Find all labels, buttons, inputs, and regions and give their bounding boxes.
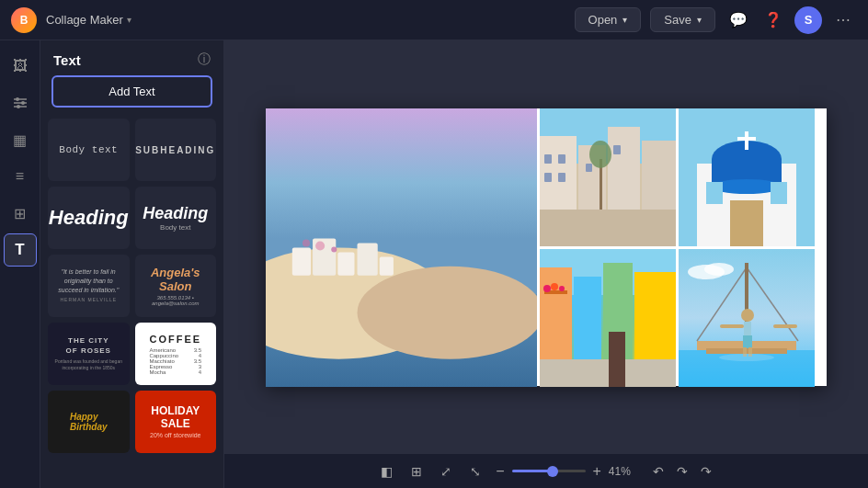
collage-cell-church[interactable] — [679, 108, 815, 246]
birthday-container: HappyBirthday — [48, 391, 130, 453]
panel-info-icon[interactable]: ⓘ — [198, 51, 211, 68]
chat-icon[interactable]: 💬 — [725, 6, 752, 34]
open-label: Open — [588, 13, 618, 27]
collage-canvas[interactable] — [266, 108, 827, 386]
resize-icon[interactable]: ⤡ — [466, 460, 485, 482]
body-text-label: Body text — [59, 144, 118, 155]
svg-rect-10 — [292, 247, 311, 275]
collage-cell-colorful-street[interactable] — [540, 249, 676, 387]
svg-rect-52 — [540, 359, 676, 387]
panel-title: Text — [53, 52, 81, 68]
main-area: 🖼 ▦ ≡ ⊞ T Text ⓘ Add Text Body text — [0, 40, 868, 488]
text-panel: Text ⓘ Add Text Body text SUBHEADING Hea… — [40, 40, 224, 488]
holiday-container: HOLIDAYSALE 20% off storewide — [135, 391, 217, 453]
rail-group[interactable]: ⊞ — [4, 197, 37, 230]
app-name-chevron: ▾ — [127, 15, 131, 25]
icon-rail: 🖼 ▦ ≡ ⊞ T — [0, 40, 40, 488]
svg-rect-41 — [771, 182, 787, 204]
coffee-items: Americano3.5 Cappuccino4 Macchiato3.5 Es… — [149, 347, 201, 375]
text-style-subheading[interactable]: SUBHEADING — [135, 119, 217, 181]
more-icon[interactable]: ⋯ — [829, 6, 857, 34]
zoom-out-button[interactable]: − — [496, 463, 504, 480]
text-style-holiday[interactable]: HOLIDAYSALE 20% off storewide — [135, 391, 217, 453]
svg-rect-79 — [720, 324, 744, 328]
svg-point-84 — [719, 354, 774, 361]
rail-photos[interactable]: 🖼 — [4, 50, 37, 83]
heading-body-container: Heading Body text — [143, 204, 208, 232]
undo-button[interactable]: ↶ — [649, 460, 668, 482]
rail-table[interactable]: ≡ — [4, 160, 37, 193]
text-style-coffee[interactable]: COFFEE Americano3.5 Cappuccino4 Macchiat… — [135, 323, 217, 385]
app-logo[interactable]: B — [11, 7, 37, 33]
svg-point-51 — [559, 286, 565, 291]
redo2-button[interactable]: ↷ — [697, 460, 715, 482]
text-style-cursive[interactable]: "it is better to fail in originality tha… — [48, 255, 130, 317]
svg-point-86 — [704, 263, 734, 276]
svg-point-16 — [303, 239, 310, 246]
user-avatar[interactable]: S — [794, 6, 822, 34]
svg-point-32 — [589, 141, 611, 168]
add-text-button[interactable]: Add Text — [51, 75, 212, 108]
svg-point-15 — [315, 241, 325, 250]
city-sub: Portland was founded and beganincorporat… — [55, 358, 122, 371]
rail-adjustments[interactable] — [4, 86, 37, 119]
collage-cell-sailing[interactable] — [679, 249, 815, 387]
text-style-city[interactable]: THE CITYOF ROSES Portland was founded an… — [48, 323, 130, 385]
help-icon[interactable]: ❓ — [760, 6, 787, 34]
grid-icon[interactable]: ⊞ — [407, 460, 426, 482]
open-chevron: ▾ — [622, 15, 627, 25]
body-sublabel: Body text — [143, 223, 208, 232]
city-container: THE CITYOF ROSES Portland was founded an… — [48, 323, 130, 385]
text-style-heading-bold[interactable]: Heading — [48, 187, 130, 249]
svg-rect-27 — [558, 173, 565, 182]
city-label: THE CITYOF ROSES — [66, 336, 111, 356]
history-buttons: ↶ ↷ ↷ — [649, 460, 715, 482]
zoom-thumb[interactable] — [547, 466, 558, 477]
text-style-birthday[interactable]: HappyBirthday — [48, 391, 130, 453]
heading-label: Heading — [143, 204, 208, 223]
topbar: B Collage Maker ▾ Open ▾ Save ▾ 💬 ❓ S ⋯ — [0, 0, 868, 40]
topbar-icons: 💬 ❓ S ⋯ — [725, 6, 857, 34]
canvas-area: ◧ ⊞ ⤢ ⤡ − + 41% ↶ ↷ ↷ — [224, 40, 868, 488]
collage-cell-street[interactable] — [540, 108, 676, 246]
zoom-slider[interactable] — [512, 470, 586, 472]
holiday-main: HOLIDAYSALE — [151, 405, 200, 429]
text-style-salon[interactable]: Angela's Salon 365.555.0134 • angela@sal… — [135, 255, 217, 317]
save-label: Save — [664, 13, 691, 27]
svg-rect-14 — [380, 256, 394, 275]
holiday-sub: 20% off storewide — [150, 432, 201, 438]
open-button[interactable]: Open ▾ — [575, 7, 642, 32]
svg-rect-28 — [586, 164, 592, 172]
zoom-value: 41% — [609, 465, 638, 478]
collage-cell-santorini[interactable] — [266, 108, 537, 387]
expand-icon[interactable]: ⤢ — [437, 460, 455, 482]
redo-button[interactable]: ↷ — [673, 460, 691, 482]
panel-header: Text ⓘ — [40, 40, 223, 75]
svg-point-49 — [543, 285, 551, 292]
svg-point-9 — [358, 266, 537, 358]
text-style-heading-body[interactable]: Heading Body text — [135, 187, 217, 249]
save-button[interactable]: Save ▾ — [650, 7, 715, 32]
rail-text[interactable]: T — [4, 233, 37, 267]
svg-rect-81 — [743, 335, 752, 348]
heading-bold-label: Heading — [49, 206, 129, 230]
rail-layouts[interactable]: ▦ — [4, 123, 37, 156]
svg-point-50 — [551, 283, 558, 290]
text-style-grid: Body text SUBHEADING Heading Heading Bod… — [40, 119, 223, 460]
salon-label: Angela's Salon 365.555.0134 • angela@sal… — [135, 266, 217, 306]
save-chevron: ▾ — [697, 15, 702, 25]
birthday-label: HappyBirthday — [70, 412, 108, 432]
coffee-inner: COFFEE Americano3.5 Cappuccino4 Macchiat… — [149, 334, 201, 375]
svg-point-3 — [21, 101, 25, 105]
svg-point-5 — [17, 105, 20, 108]
text-style-body[interactable]: Body text — [48, 119, 130, 181]
svg-rect-29 — [613, 145, 621, 154]
coffee-title: COFFEE — [149, 334, 201, 345]
layers-icon[interactable]: ◧ — [377, 460, 396, 482]
avatar-letter: S — [805, 13, 813, 27]
zoom-in-button[interactable]: + — [593, 463, 601, 480]
cursive-label: "it is better to fail in originality tha… — [48, 264, 130, 307]
app-name-btn[interactable]: Collage Maker ▾ — [46, 13, 131, 27]
svg-rect-80 — [773, 324, 797, 328]
canvas-scroll[interactable] — [224, 40, 868, 453]
